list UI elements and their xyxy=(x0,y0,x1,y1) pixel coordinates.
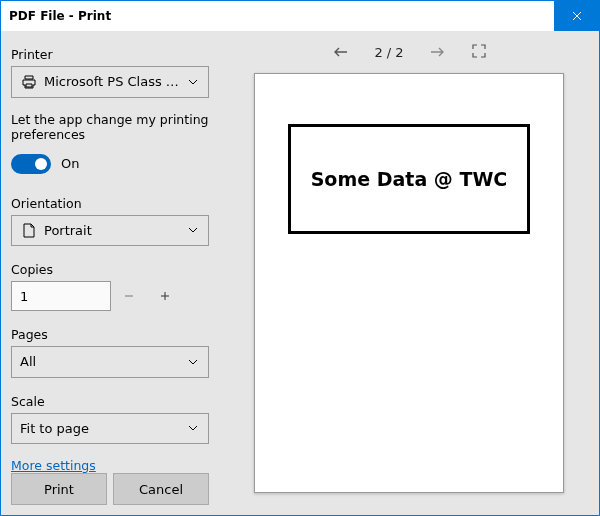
page-portrait-icon xyxy=(20,223,38,238)
more-settings-link[interactable]: More settings xyxy=(11,458,209,473)
page-indicator: 2 / 2 xyxy=(374,45,403,60)
close-button[interactable] xyxy=(554,1,599,31)
printer-select-text: Microsoft PS Class Driver xyxy=(44,74,186,89)
fullscreen-button[interactable] xyxy=(470,41,488,64)
chevron-down-icon xyxy=(186,79,200,85)
orientation-select[interactable]: Portrait xyxy=(11,215,209,247)
pages-select-text: All xyxy=(20,354,186,369)
preferences-label: Let the app change my printing preferenc… xyxy=(11,112,209,142)
printer-select[interactable]: Microsoft PS Class Driver xyxy=(11,66,209,98)
next-page-button[interactable] xyxy=(426,41,448,64)
scale-label: Scale xyxy=(11,394,209,409)
preferences-state: On xyxy=(61,156,79,171)
chevron-down-icon xyxy=(186,425,200,431)
cancel-button[interactable]: Cancel xyxy=(113,473,209,505)
minus-icon xyxy=(123,290,135,302)
print-button[interactable]: Print xyxy=(11,473,107,505)
orientation-label: Orientation xyxy=(11,196,209,211)
plus-icon xyxy=(159,290,171,302)
copies-input[interactable] xyxy=(11,281,111,311)
titlebar: PDF File - Print xyxy=(1,1,599,31)
preview-content-text: Some Data @ TWC xyxy=(311,168,508,190)
copies-decrement-button[interactable] xyxy=(111,281,147,311)
scale-select[interactable]: Fit to page xyxy=(11,413,209,445)
preview-pane: 2 / 2 Some Data @ TWC xyxy=(219,31,599,515)
content-box: Some Data @ TWC xyxy=(288,124,530,234)
printer-label: Printer xyxy=(11,47,209,62)
preview-nav: 2 / 2 xyxy=(219,31,599,73)
toggle-knob xyxy=(35,158,47,170)
printer-icon xyxy=(20,74,38,90)
arrow-right-icon xyxy=(430,46,444,58)
expand-icon xyxy=(472,44,486,58)
scale-select-text: Fit to page xyxy=(20,421,186,436)
copies-label: Copies xyxy=(11,262,209,277)
window-title: PDF File - Print xyxy=(1,9,554,23)
copies-increment-button[interactable] xyxy=(147,281,183,311)
orientation-select-text: Portrait xyxy=(44,223,186,238)
page-preview: Some Data @ TWC xyxy=(254,73,564,493)
arrow-left-icon xyxy=(334,46,348,58)
pages-select[interactable]: All xyxy=(11,346,209,378)
print-options-panel: Printer Microsoft PS Class Driver Let th… xyxy=(1,31,219,515)
preferences-toggle[interactable] xyxy=(11,154,51,174)
chevron-down-icon xyxy=(186,359,200,365)
prev-page-button[interactable] xyxy=(330,41,352,64)
chevron-down-icon xyxy=(186,227,200,233)
close-icon xyxy=(572,11,582,21)
pages-label: Pages xyxy=(11,327,209,342)
